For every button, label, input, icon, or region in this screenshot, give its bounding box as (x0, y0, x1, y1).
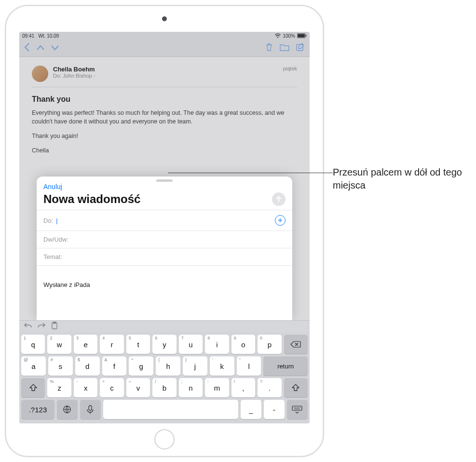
underscore-key[interactable]: _ (241, 400, 261, 419)
key-y[interactable]: 6y (152, 335, 176, 354)
from-name[interactable]: Chella Boehm (53, 66, 278, 73)
shift-key-left[interactable] (21, 378, 45, 397)
key-w[interactable]: 2w (47, 335, 71, 354)
cancel-button[interactable]: Anuluj (43, 183, 62, 190)
compose-body[interactable]: Wysłane z iPada (37, 266, 292, 320)
home-button[interactable] (154, 429, 175, 449)
key-l[interactable]: "l (237, 356, 261, 376)
add-contact-button[interactable]: + (275, 215, 286, 226)
mail-date: piątek (283, 66, 297, 71)
key-b[interactable]: /b (152, 378, 176, 397)
key-.[interactable]: ?. (258, 378, 281, 397)
svg-rect-1 (298, 34, 305, 38)
key-main: s (59, 362, 63, 370)
callout-line (168, 173, 333, 173)
key-main: w (57, 340, 62, 349)
key-z[interactable]: %z (47, 378, 71, 397)
key-h[interactable]: (h (156, 356, 180, 376)
key-main: e (83, 340, 87, 349)
key-m[interactable]: :m (205, 378, 229, 397)
trash-button[interactable] (265, 43, 273, 54)
key-alt: / (155, 379, 156, 384)
key-alt: 7 (181, 336, 184, 340)
text-cursor: | (56, 217, 57, 224)
key-o[interactable]: 9o (231, 335, 255, 354)
keyboard: 1q2w3e4r5t6y7u8i9o0p @a#s$d&f*g(h)j'k"lr… (19, 332, 310, 423)
back-button[interactable] (24, 43, 30, 54)
key-main: z (57, 384, 61, 392)
dismiss-keyboard-key[interactable] (287, 400, 308, 419)
prev-message-button[interactable] (37, 44, 44, 53)
key-main: f (113, 362, 115, 370)
undo-button[interactable] (24, 322, 32, 331)
clipboard-button[interactable] (51, 322, 58, 331)
key-alt: ; (181, 379, 183, 384)
signature: Wysłane z iPada (43, 281, 286, 288)
key-x[interactable]: -x (74, 378, 97, 397)
space-key[interactable] (103, 400, 238, 419)
compose-title: Nowa wiadomość (43, 192, 140, 206)
key-i[interactable]: 8i (205, 335, 229, 354)
key-alt: * (131, 357, 133, 362)
send-button[interactable] (272, 192, 286, 206)
key-main: x (84, 384, 88, 392)
hyphen-key[interactable]: - (264, 400, 285, 419)
key-main: v (136, 384, 140, 392)
chevron-right-icon: › (94, 73, 95, 79)
mail-toolbar (19, 40, 310, 57)
key-u[interactable]: 7u (179, 335, 203, 354)
key-main: t (137, 340, 139, 349)
key-n[interactable]: ;n (179, 378, 203, 397)
key-k[interactable]: 'k (210, 356, 234, 376)
avatar[interactable] (32, 66, 48, 82)
key-r[interactable]: 4r (100, 335, 123, 354)
numbers-key[interactable]: .?123 (21, 400, 54, 419)
key-c[interactable]: +c (100, 378, 123, 397)
key-e[interactable]: 3e (74, 335, 97, 354)
to-field[interactable]: Do: | + (37, 210, 292, 231)
key-alt: 2 (50, 336, 52, 340)
key-alt: = (129, 379, 131, 384)
compose-button[interactable] (296, 43, 305, 54)
to-line[interactable]: Do: John Bishop › (53, 73, 278, 79)
svg-rect-8 (292, 406, 302, 410)
key-f[interactable]: &f (102, 356, 127, 376)
move-button[interactable] (280, 43, 289, 53)
globe-key[interactable] (57, 400, 78, 419)
svg-rect-7 (89, 406, 92, 410)
key-t[interactable]: 5t (126, 335, 150, 354)
subject-field[interactable]: Temat: (37, 248, 292, 266)
backspace-key[interactable] (284, 335, 308, 354)
key-main: a (31, 362, 35, 370)
key-g[interactable]: *g (129, 356, 153, 376)
key-,[interactable]: !, (231, 378, 255, 397)
mic-key[interactable] (80, 400, 101, 419)
redo-button[interactable] (38, 322, 45, 331)
key-alt: 9 (234, 336, 236, 340)
shift-key-right[interactable] (284, 378, 308, 397)
key-main: b (163, 384, 166, 392)
cc-bcc-field[interactable]: Dw/Udw: (37, 231, 292, 248)
key-p[interactable]: 0p (258, 335, 281, 354)
next-message-button[interactable] (51, 44, 59, 53)
battery-icon (297, 33, 307, 38)
return-key[interactable]: return (263, 356, 308, 376)
key-alt: ) (185, 357, 187, 362)
key-main: d (85, 362, 89, 370)
key-a[interactable]: @a (21, 356, 46, 376)
key-q[interactable]: 1q (21, 335, 45, 354)
status-bar: 09:41 Wt. 10.09 100% (19, 32, 310, 40)
keyboard-row-2: @a#s$d&f*g(h)j'k"lreturn (21, 356, 308, 376)
key-v[interactable]: =v (126, 378, 150, 397)
key-s[interactable]: #s (48, 356, 73, 376)
keyboard-row-1: 1q2w3e4r5t6y7u8i9o0p (21, 335, 308, 354)
key-main: , (242, 384, 244, 392)
key-main: q (31, 340, 35, 349)
mail-body: Everything was perfect! Thanks so much f… (32, 109, 297, 155)
subject-label: Temat: (43, 253, 62, 260)
key-d[interactable]: $d (75, 356, 100, 376)
key-alt: 3 (76, 336, 79, 340)
key-main: g (139, 362, 143, 370)
key-j[interactable]: )j (183, 356, 207, 376)
key-alt: @ (24, 357, 28, 362)
